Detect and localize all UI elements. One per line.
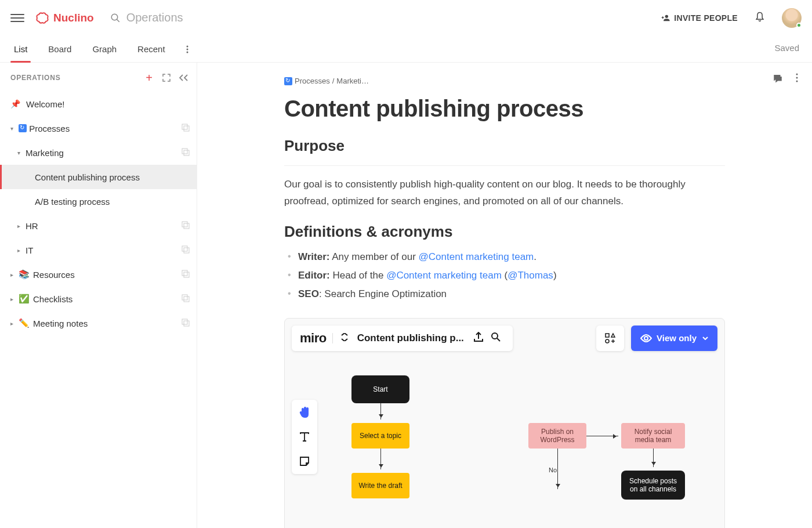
search-icon [110, 13, 121, 23]
flow-arrow [557, 449, 558, 489]
brand-logo[interactable]: Nuclino [35, 12, 94, 24]
svg-point-29 [606, 339, 609, 343]
menu-hamburger-icon[interactable] [10, 11, 24, 25]
miro-board-title[interactable]: Content publishing p... [357, 332, 464, 344]
chevron-down-icon: ▾ [17, 150, 23, 156]
flow-label-no: No [549, 466, 557, 473]
svg-rect-21 [184, 321, 189, 326]
flow-node-select-topic[interactable]: Select a topic [351, 423, 409, 449]
svg-point-24 [796, 81, 798, 82]
doc-more-icon[interactable] [796, 73, 798, 86]
miro-logo[interactable]: miro [300, 331, 327, 346]
miro-menu-icon[interactable] [332, 333, 351, 343]
miro-main-toolbar: miro Content publishing p... [292, 326, 513, 351]
comments-icon[interactable] [773, 73, 783, 86]
sidebar-item-it[interactable]: ▸ IT [0, 238, 197, 262]
page-title[interactable]: Content publishing process [284, 96, 725, 122]
miro-view-only-button[interactable]: View only [631, 326, 717, 351]
tab-board[interactable]: Board [45, 36, 75, 63]
pencil-icon: ✏️ [19, 318, 30, 328]
sidebar-header: OPERATIONS + [0, 72, 197, 92]
mention-content-team[interactable]: @Content marketing team [386, 270, 502, 281]
miro-export-icon[interactable] [470, 332, 487, 345]
collapse-sidebar-icon[interactable] [178, 72, 190, 84]
svg-rect-12 [182, 222, 187, 227]
search-placeholder: Operations [126, 11, 183, 24]
chevron-right-icon: ▸ [17, 247, 23, 254]
mention-content-team[interactable]: @Content marketing team [419, 251, 534, 262]
sidebar-item-processes[interactable]: ▾ Processes [0, 116, 197, 140]
tabs-more-icon[interactable] [183, 45, 192, 54]
definitions-list[interactable]: Writer: Any member of our @Content marke… [284, 248, 725, 304]
breadcrumb[interactable]: Processes / Marketi… [284, 77, 725, 85]
purpose-heading[interactable]: Purpose [284, 137, 725, 155]
miro-search-icon[interactable] [487, 332, 505, 345]
user-avatar[interactable] [782, 8, 802, 28]
flow-node-notify-social[interactable]: Notify social media team [621, 423, 685, 449]
sidebar-item-resources[interactable]: ▸ 📚 Resources [0, 262, 197, 287]
svg-marker-28 [611, 334, 615, 337]
sidebar-item-marketing[interactable]: ▾ Marketing [0, 140, 197, 165]
svg-point-22 [796, 74, 798, 75]
definitions-heading[interactable]: Definitions & acronyms [284, 223, 725, 241]
view-tabs: List Board Graph Recent Saved [0, 36, 812, 63]
svg-rect-17 [184, 272, 189, 277]
sidebar: OPERATIONS + 📌 Welcome! ▾ Processes ▾ Ma… [0, 63, 197, 528]
add-item-button[interactable]: + [143, 72, 155, 84]
svg-line-26 [497, 338, 500, 341]
flow-node-write-draft[interactable]: Write the draft [351, 473, 409, 498]
flow-node-start[interactable]: Start [351, 375, 409, 403]
item-options-icon[interactable] [182, 270, 190, 280]
miro-hand-tool[interactable] [295, 403, 314, 422]
item-options-icon[interactable] [182, 319, 190, 328]
svg-point-23 [796, 77, 798, 79]
tab-list[interactable]: List [10, 36, 31, 63]
notifications-button[interactable] [754, 11, 766, 25]
svg-point-0 [111, 14, 118, 20]
sidebar-item-checklists[interactable]: ▸ ✅ Checklists [0, 287, 197, 311]
tab-graph[interactable]: Graph [89, 36, 120, 63]
chevron-right-icon: ▸ [10, 296, 16, 302]
item-options-icon[interactable] [182, 124, 190, 133]
flow-node-publish-wp[interactable]: Publish on WordPress [528, 423, 586, 449]
svg-rect-16 [182, 270, 187, 276]
expand-icon[interactable] [161, 72, 172, 84]
search-button[interactable]: Operations [110, 11, 183, 24]
svg-point-7 [186, 51, 188, 53]
miro-sticky-tool[interactable] [295, 452, 314, 471]
svg-point-25 [492, 333, 498, 339]
svg-rect-15 [184, 248, 189, 253]
purpose-body[interactable]: Our goal is to consistently publish high… [284, 176, 725, 210]
chevron-right-icon: ▸ [10, 272, 16, 278]
chevron-down-icon [702, 337, 708, 340]
brand-text: Nuclino [53, 12, 94, 24]
item-options-icon[interactable] [182, 294, 190, 304]
sidebar-title: OPERATIONS [10, 74, 137, 82]
sidebar-item-content-publishing[interactable]: Content publishing process [0, 165, 197, 189]
sidebar-item-welcome[interactable]: 📌 Welcome! [0, 92, 197, 116]
saved-status: Saved [774, 43, 799, 53]
mention-thomas[interactable]: @Thomas [507, 270, 553, 281]
item-options-icon[interactable] [182, 245, 190, 255]
svg-rect-19 [184, 296, 189, 302]
definition-writer: Writer: Any member of our @Content marke… [284, 248, 725, 266]
chevron-right-icon: ▸ [17, 223, 23, 229]
tab-recent[interactable]: Recent [134, 36, 169, 63]
item-options-icon[interactable] [182, 148, 190, 158]
svg-point-5 [186, 45, 188, 47]
svg-rect-18 [182, 295, 187, 300]
miro-embed[interactable]: miro Content publishing p... View only [284, 318, 725, 528]
document-pane: Processes / Marketi… Content publishing … [197, 63, 812, 528]
processes-icon [284, 77, 292, 85]
sidebar-item-ab-testing[interactable]: A/B testing process [0, 189, 197, 214]
miro-text-tool[interactable] [295, 428, 314, 446]
flow-arrow [653, 449, 654, 467]
sidebar-item-meeting-notes[interactable]: ▸ ✏️ Meeting notes [0, 311, 197, 335]
miro-shapes-button[interactable] [596, 326, 624, 351]
invite-people-button[interactable]: INVITE PEOPLE [661, 13, 738, 23]
flow-node-schedule-posts[interactable]: Schedule posts on all channels [621, 471, 685, 500]
sidebar-item-hr[interactable]: ▸ HR [0, 214, 197, 238]
chevron-right-icon: ▸ [10, 320, 16, 327]
item-options-icon[interactable] [182, 221, 190, 231]
svg-rect-8 [182, 124, 187, 129]
